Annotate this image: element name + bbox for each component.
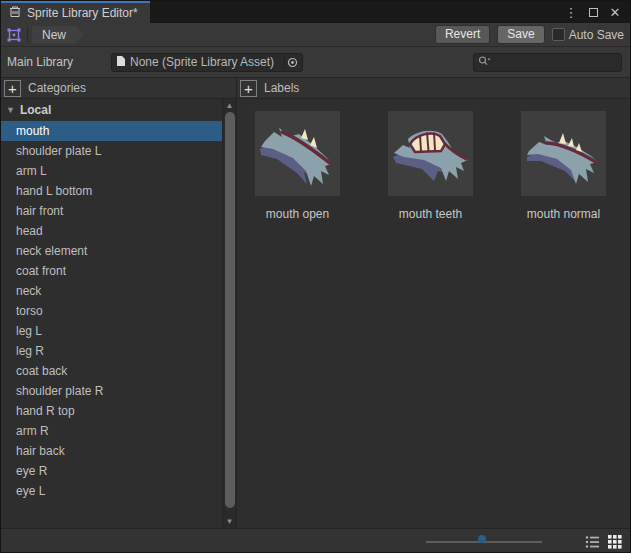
- category-item-shoulder-plate-r[interactable]: shoulder plate R: [1, 381, 222, 401]
- kebab-menu-icon[interactable]: ⋮: [562, 3, 580, 21]
- add-category-button[interactable]: +: [4, 80, 21, 97]
- label-tile-mouth-open[interactable]: mouth open: [255, 111, 340, 221]
- label-tile-mouth-teeth[interactable]: mouth teeth: [388, 111, 473, 221]
- local-foldout[interactable]: ▼ Local: [1, 99, 222, 121]
- label-tile-mouth-normal[interactable]: mouth normal: [521, 111, 606, 221]
- categories-header-label: Categories: [28, 81, 86, 95]
- thumbnail-size-slider[interactable]: [426, 535, 542, 549]
- category-list: ▼ Local mouth shoulder plate L arm L han…: [1, 99, 222, 528]
- grid-view-icon[interactable]: [607, 534, 623, 550]
- category-item-leg-r[interactable]: leg R: [1, 341, 222, 361]
- maximize-icon[interactable]: [584, 3, 602, 21]
- category-item-neck-element[interactable]: neck element: [1, 241, 222, 261]
- categories-header: + Categories: [1, 78, 237, 98]
- main-library-object-field[interactable]: None (Sprite Library Asset): [111, 53, 303, 72]
- category-item-eye-r[interactable]: eye R: [1, 461, 222, 481]
- label-name: mouth open: [266, 207, 329, 221]
- category-item-neck[interactable]: neck: [1, 281, 222, 301]
- category-item-arm-r[interactable]: arm R: [1, 421, 222, 441]
- category-item-arm-l[interactable]: arm L: [1, 161, 222, 181]
- category-item-hand-r-top[interactable]: hand R top: [1, 401, 222, 421]
- bottom-bar: [1, 528, 630, 553]
- category-item-hair-back[interactable]: hair back: [1, 441, 222, 461]
- panel-headers: + Categories + Labels: [1, 78, 630, 99]
- sprite-thumbnail-mouth-open: [255, 111, 340, 196]
- scrollbar-up-icon[interactable]: ▲: [223, 100, 236, 111]
- content-area: ▼ Local mouth shoulder plate L arm L han…: [1, 99, 630, 528]
- main-library-row: Main Library None (Sprite Library Asset): [1, 47, 630, 78]
- categories-panel: ▼ Local mouth shoulder plate L arm L han…: [1, 99, 237, 528]
- object-field-value: None (Sprite Library Asset): [130, 55, 280, 69]
- asset-file-icon: [116, 55, 126, 70]
- window-controls: ⋮ ✕: [562, 1, 630, 23]
- sprite-thumbnail-mouth-normal: [521, 111, 606, 196]
- title-bar: Sprite Library Editor* ⋮ ✕: [1, 1, 630, 23]
- search-field[interactable]: [473, 53, 622, 72]
- label-name: mouth normal: [527, 207, 600, 221]
- sprite-thumbnail-mouth-teeth: [388, 111, 473, 196]
- tab-sprite-library-editor[interactable]: Sprite Library Editor*: [1, 1, 150, 23]
- add-label-button[interactable]: +: [240, 80, 257, 97]
- tab-title: Sprite Library Editor*: [27, 6, 138, 20]
- revert-button[interactable]: Revert: [435, 25, 490, 44]
- slider-thumb[interactable]: [478, 535, 486, 543]
- sprite-library-tab-icon: [8, 5, 22, 22]
- scrollbar-down-icon[interactable]: ▼: [223, 516, 236, 527]
- category-item-leg-l[interactable]: leg L: [1, 321, 222, 341]
- label-name: mouth teeth: [399, 207, 462, 221]
- search-icon: [478, 55, 491, 70]
- auto-save-checkbox[interactable]: [552, 28, 565, 41]
- breadcrumb-new[interactable]: New: [32, 26, 84, 44]
- category-item-head[interactable]: head: [1, 221, 222, 241]
- category-item-hand-l-bottom[interactable]: hand L bottom: [1, 181, 222, 201]
- label-tiles: mouth open mouth teeth: [255, 111, 630, 221]
- labels-header-label: Labels: [264, 81, 299, 95]
- category-item-eye-l[interactable]: eye L: [1, 481, 222, 501]
- breadcrumb-label: New: [42, 28, 66, 42]
- save-button[interactable]: Save: [497, 25, 544, 44]
- list-view-icon[interactable]: [584, 534, 600, 550]
- category-item-shoulder-plate-l[interactable]: shoulder plate L: [1, 141, 222, 161]
- toolbar-separator: [27, 27, 28, 43]
- category-item-coat-front[interactable]: coat front: [1, 261, 222, 281]
- labels-header: + Labels: [237, 78, 630, 98]
- object-picker-icon[interactable]: [284, 55, 300, 70]
- category-item-mouth[interactable]: mouth: [1, 121, 222, 141]
- scrollbar-thumb[interactable]: [225, 112, 235, 508]
- close-icon[interactable]: ✕: [606, 3, 624, 21]
- search-input[interactable]: [493, 55, 617, 69]
- sprite-library-asset-icon: [1, 27, 27, 43]
- category-item-coat-back[interactable]: coat back: [1, 361, 222, 381]
- categories-scrollbar[interactable]: ▲ ▼: [222, 99, 236, 528]
- auto-save-label: Auto Save: [569, 28, 624, 42]
- category-item-hair-front[interactable]: hair front: [1, 201, 222, 221]
- main-library-label: Main Library: [7, 55, 111, 69]
- category-item-torso[interactable]: torso: [1, 301, 222, 321]
- toolbar: New Revert Save Auto Save: [1, 23, 630, 47]
- chevron-down-icon: ▼: [6, 105, 15, 115]
- scrollbar-track[interactable]: [223, 111, 236, 516]
- local-foldout-label: Local: [20, 103, 51, 117]
- labels-panel: mouth open mouth teeth: [237, 99, 630, 528]
